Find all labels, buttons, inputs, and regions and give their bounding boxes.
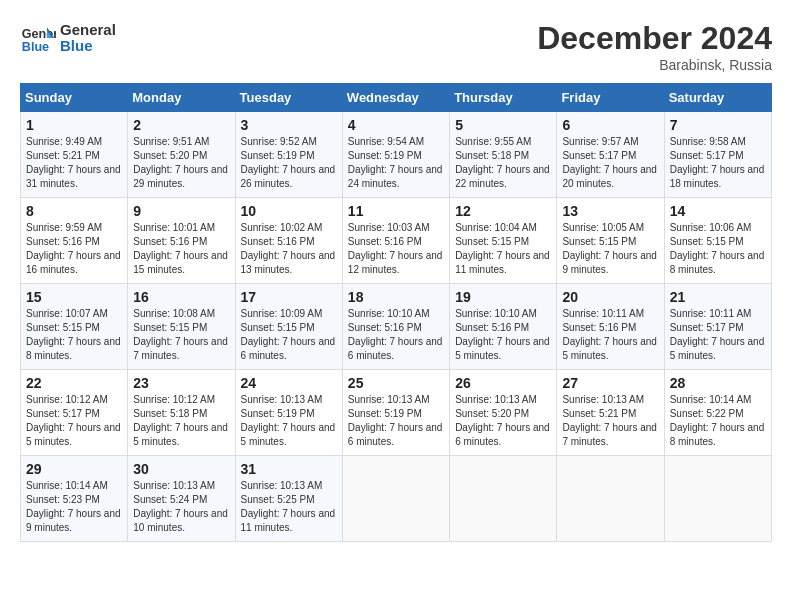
calendar-week-row: 1 Sunrise: 9:49 AMSunset: 5:21 PMDayligh… — [21, 112, 772, 198]
day-number: 31 — [241, 461, 337, 477]
day-number: 10 — [241, 203, 337, 219]
day-number: 23 — [133, 375, 229, 391]
table-row — [557, 456, 664, 542]
table-row: 28 Sunrise: 10:14 AMSunset: 5:22 PMDayli… — [664, 370, 771, 456]
table-row: 15 Sunrise: 10:07 AMSunset: 5:15 PMDayli… — [21, 284, 128, 370]
table-row: 13 Sunrise: 10:05 AMSunset: 5:15 PMDayli… — [557, 198, 664, 284]
day-number: 4 — [348, 117, 444, 133]
logo-icon: General Blue — [20, 20, 56, 56]
day-number: 3 — [241, 117, 337, 133]
logo: General Blue General Blue — [20, 20, 116, 56]
day-number: 29 — [26, 461, 122, 477]
day-info: Sunrise: 9:55 AMSunset: 5:18 PMDaylight:… — [455, 136, 550, 189]
title-block: December 2024 Barabinsk, Russia — [537, 20, 772, 73]
page-header: General Blue General Blue December 2024 … — [20, 20, 772, 73]
day-info: Sunrise: 10:11 AMSunset: 5:17 PMDaylight… — [670, 308, 765, 361]
day-number: 16 — [133, 289, 229, 305]
table-row: 27 Sunrise: 10:13 AMSunset: 5:21 PMDayli… — [557, 370, 664, 456]
col-saturday: Saturday — [664, 84, 771, 112]
table-row: 19 Sunrise: 10:10 AMSunset: 5:16 PMDayli… — [450, 284, 557, 370]
day-number: 20 — [562, 289, 658, 305]
table-row: 12 Sunrise: 10:04 AMSunset: 5:15 PMDayli… — [450, 198, 557, 284]
table-row: 17 Sunrise: 10:09 AMSunset: 5:15 PMDayli… — [235, 284, 342, 370]
table-row: 14 Sunrise: 10:06 AMSunset: 5:15 PMDayli… — [664, 198, 771, 284]
day-number: 9 — [133, 203, 229, 219]
day-info: Sunrise: 10:13 AMSunset: 5:21 PMDaylight… — [562, 394, 657, 447]
table-row: 29 Sunrise: 10:14 AMSunset: 5:23 PMDayli… — [21, 456, 128, 542]
day-info: Sunrise: 10:05 AMSunset: 5:15 PMDaylight… — [562, 222, 657, 275]
table-row: 18 Sunrise: 10:10 AMSunset: 5:16 PMDayli… — [342, 284, 449, 370]
day-info: Sunrise: 10:10 AMSunset: 5:16 PMDaylight… — [455, 308, 550, 361]
calendar-table: Sunday Monday Tuesday Wednesday Thursday… — [20, 83, 772, 542]
day-number: 7 — [670, 117, 766, 133]
table-row: 21 Sunrise: 10:11 AMSunset: 5:17 PMDayli… — [664, 284, 771, 370]
day-info: Sunrise: 9:59 AMSunset: 5:16 PMDaylight:… — [26, 222, 121, 275]
table-row: 16 Sunrise: 10:08 AMSunset: 5:15 PMDayli… — [128, 284, 235, 370]
day-info: Sunrise: 10:02 AMSunset: 5:16 PMDaylight… — [241, 222, 336, 275]
table-row: 7 Sunrise: 9:58 AMSunset: 5:17 PMDayligh… — [664, 112, 771, 198]
table-row — [450, 456, 557, 542]
table-row: 24 Sunrise: 10:13 AMSunset: 5:19 PMDayli… — [235, 370, 342, 456]
day-info: Sunrise: 9:51 AMSunset: 5:20 PMDaylight:… — [133, 136, 228, 189]
day-info: Sunrise: 9:49 AMSunset: 5:21 PMDaylight:… — [26, 136, 121, 189]
day-number: 12 — [455, 203, 551, 219]
day-info: Sunrise: 9:57 AMSunset: 5:17 PMDaylight:… — [562, 136, 657, 189]
table-row: 3 Sunrise: 9:52 AMSunset: 5:19 PMDayligh… — [235, 112, 342, 198]
day-number: 21 — [670, 289, 766, 305]
day-info: Sunrise: 9:52 AMSunset: 5:19 PMDaylight:… — [241, 136, 336, 189]
table-row: 23 Sunrise: 10:12 AMSunset: 5:18 PMDayli… — [128, 370, 235, 456]
day-info: Sunrise: 10:01 AMSunset: 5:16 PMDaylight… — [133, 222, 228, 275]
day-number: 6 — [562, 117, 658, 133]
logo-general-text: General — [60, 22, 116, 39]
day-info: Sunrise: 10:12 AMSunset: 5:17 PMDaylight… — [26, 394, 121, 447]
day-number: 14 — [670, 203, 766, 219]
table-row: 25 Sunrise: 10:13 AMSunset: 5:19 PMDayli… — [342, 370, 449, 456]
table-row — [342, 456, 449, 542]
table-row: 22 Sunrise: 10:12 AMSunset: 5:17 PMDayli… — [21, 370, 128, 456]
table-row: 6 Sunrise: 9:57 AMSunset: 5:17 PMDayligh… — [557, 112, 664, 198]
day-info: Sunrise: 10:08 AMSunset: 5:15 PMDaylight… — [133, 308, 228, 361]
day-number: 2 — [133, 117, 229, 133]
svg-text:Blue: Blue — [22, 40, 49, 54]
calendar-week-row: 8 Sunrise: 9:59 AMSunset: 5:16 PMDayligh… — [21, 198, 772, 284]
day-info: Sunrise: 10:12 AMSunset: 5:18 PMDaylight… — [133, 394, 228, 447]
day-info: Sunrise: 10:14 AMSunset: 5:22 PMDaylight… — [670, 394, 765, 447]
col-wednesday: Wednesday — [342, 84, 449, 112]
day-number: 30 — [133, 461, 229, 477]
table-row: 31 Sunrise: 10:13 AMSunset: 5:25 PMDayli… — [235, 456, 342, 542]
day-info: Sunrise: 10:13 AMSunset: 5:19 PMDaylight… — [241, 394, 336, 447]
table-row: 11 Sunrise: 10:03 AMSunset: 5:16 PMDayli… — [342, 198, 449, 284]
table-row: 2 Sunrise: 9:51 AMSunset: 5:20 PMDayligh… — [128, 112, 235, 198]
table-row: 20 Sunrise: 10:11 AMSunset: 5:16 PMDayli… — [557, 284, 664, 370]
day-number: 11 — [348, 203, 444, 219]
day-info: Sunrise: 10:13 AMSunset: 5:24 PMDaylight… — [133, 480, 228, 533]
day-info: Sunrise: 10:07 AMSunset: 5:15 PMDaylight… — [26, 308, 121, 361]
month-year-title: December 2024 — [537, 20, 772, 57]
table-row — [664, 456, 771, 542]
col-thursday: Thursday — [450, 84, 557, 112]
day-number: 28 — [670, 375, 766, 391]
col-tuesday: Tuesday — [235, 84, 342, 112]
col-friday: Friday — [557, 84, 664, 112]
day-number: 27 — [562, 375, 658, 391]
calendar-week-row: 15 Sunrise: 10:07 AMSunset: 5:15 PMDayli… — [21, 284, 772, 370]
table-row: 10 Sunrise: 10:02 AMSunset: 5:16 PMDayli… — [235, 198, 342, 284]
day-number: 8 — [26, 203, 122, 219]
day-info: Sunrise: 10:06 AMSunset: 5:15 PMDaylight… — [670, 222, 765, 275]
day-info: Sunrise: 10:13 AMSunset: 5:20 PMDaylight… — [455, 394, 550, 447]
day-number: 15 — [26, 289, 122, 305]
day-info: Sunrise: 9:54 AMSunset: 5:19 PMDaylight:… — [348, 136, 443, 189]
table-row: 5 Sunrise: 9:55 AMSunset: 5:18 PMDayligh… — [450, 112, 557, 198]
day-number: 5 — [455, 117, 551, 133]
day-number: 18 — [348, 289, 444, 305]
table-row: 4 Sunrise: 9:54 AMSunset: 5:19 PMDayligh… — [342, 112, 449, 198]
day-info: Sunrise: 10:04 AMSunset: 5:15 PMDaylight… — [455, 222, 550, 275]
day-info: Sunrise: 10:10 AMSunset: 5:16 PMDaylight… — [348, 308, 443, 361]
calendar-week-row: 29 Sunrise: 10:14 AMSunset: 5:23 PMDayli… — [21, 456, 772, 542]
day-number: 1 — [26, 117, 122, 133]
day-info: Sunrise: 10:14 AMSunset: 5:23 PMDaylight… — [26, 480, 121, 533]
location-text: Barabinsk, Russia — [537, 57, 772, 73]
day-number: 17 — [241, 289, 337, 305]
table-row: 26 Sunrise: 10:13 AMSunset: 5:20 PMDayli… — [450, 370, 557, 456]
table-row: 9 Sunrise: 10:01 AMSunset: 5:16 PMDaylig… — [128, 198, 235, 284]
